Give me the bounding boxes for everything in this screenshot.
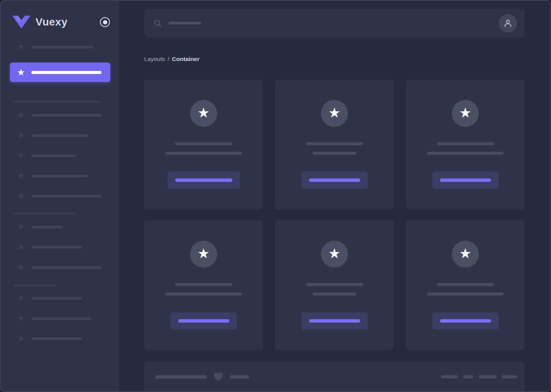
sidebar-item[interactable]: ★ [1,294,119,303]
nav-section-header-placeholder [13,101,102,103]
card-button-label-placeholder [440,178,491,182]
sidebar-item[interactable]: ★ [1,222,119,231]
card-button[interactable] [301,172,368,189]
star-icon: ★ [459,247,471,262]
sidebar-item[interactable]: ★ [1,42,119,51]
vuexy-logo-icon [12,16,31,29]
card-avatar-circle: ★ [321,241,348,268]
card-avatar-circle: ★ [321,100,348,127]
sidebar-item[interactable]: ★ [1,171,119,180]
footer-link-placeholder [478,375,496,378]
nav-label-placeholder [31,246,82,249]
search-bar[interactable] [144,9,525,37]
star-icon: ★ [16,243,26,252]
card-button-label-placeholder [175,178,232,182]
star-icon: ★ [197,247,209,262]
nav-label-placeholder [31,71,102,74]
search-placeholder-bar [168,22,201,24]
nav-label-placeholder [31,297,82,300]
breadcrumb: Layouts / Container [144,55,525,63]
sidebar-item[interactable]: ★ [1,263,119,272]
footer-link-placeholder [502,375,517,378]
card-title-placeholder [175,142,232,145]
card-button-label-placeholder [178,319,229,323]
star-icon: ★ [16,222,26,231]
card-button[interactable] [432,172,499,189]
card-button[interactable] [168,172,240,189]
nav-label-placeholder [31,337,82,340]
sidebar: Vuexy ★ ★ ★ ★ [1,1,119,391]
user-avatar-button[interactable] [499,14,517,32]
footer-links [436,375,517,378]
sidebar-item[interactable]: ★ [1,131,119,140]
placeholder-card: ★ [275,80,394,209]
star-icon: ★ [328,106,340,121]
nav-section-header-placeholder [13,284,56,286]
sidebar-item[interactable]: ★ [1,243,119,252]
breadcrumb-section[interactable]: Layouts [144,56,165,63]
star-icon: ★ [16,111,26,120]
card-title-placeholder [437,283,494,286]
star-icon: ★ [16,42,26,51]
placeholder-card: ★ [275,220,394,350]
nav-label-placeholder [31,134,89,137]
nav-label-placeholder [31,175,88,177]
star-icon: ★ [16,314,26,323]
card-subtitle-placeholder [313,292,356,296]
sidebar-item[interactable]: ★ [1,111,119,120]
search-icon [153,19,162,27]
nav-label-placeholder [31,154,76,157]
card-subtitle-placeholder [165,152,242,155]
placeholder-card: ★ [406,80,525,209]
breadcrumb-current: Container [172,56,200,63]
sidebar-item-active[interactable]: ★ [10,63,110,82]
sidebar-item[interactable]: ★ [1,191,119,201]
footer-text-placeholder [155,375,207,379]
sidebar-item[interactable]: ★ [1,314,119,323]
main-content: Layouts / Container ★ ★ [119,1,550,391]
card-button[interactable] [432,312,499,329]
card-title-placeholder [437,142,494,145]
nav-section-header-placeholder [13,212,76,214]
sidebar-nav: ★ ★ ★ ★ ★ ★ [1,42,119,343]
star-icon: ★ [16,334,26,343]
footer-text-placeholder [230,375,249,379]
sidebar-header: Vuexy [12,14,110,30]
nav-label-placeholder [31,266,102,269]
card-avatar-circle: ★ [452,241,479,268]
user-icon [503,18,513,28]
nav-label-placeholder [31,114,102,117]
footer-left [155,372,249,381]
nav-pin-icon[interactable] [100,17,110,27]
nav-label-placeholder [31,317,92,320]
sidebar-item[interactable]: ★ [1,334,119,343]
nav-pin-dot [103,20,107,24]
cards-grid: ★ ★ ★ [144,80,525,350]
sidebar-item[interactable]: ★ [1,151,119,160]
placeholder-card: ★ [144,220,263,350]
card-subtitle-placeholder [427,292,504,296]
star-icon: ★ [16,263,26,272]
nav-label-placeholder [31,46,93,48]
card-avatar-circle: ★ [190,241,217,268]
card-title-placeholder [175,283,232,286]
brand-title[interactable]: Vuexy [35,16,100,28]
star-icon: ★ [328,247,340,262]
card-avatar-circle: ★ [452,100,479,127]
star-icon: ★ [16,151,26,160]
placeholder-card: ★ [144,80,263,209]
card-button[interactable] [171,312,237,329]
card-button-label-placeholder [440,319,491,323]
footer-link-placeholder [463,375,473,378]
card-button[interactable] [301,312,368,329]
breadcrumb-separator: / [168,56,169,63]
footer-link-placeholder [441,375,458,378]
card-subtitle-placeholder [165,292,242,296]
nav-label-placeholder [31,195,102,198]
card-subtitle-placeholder [427,152,504,155]
card-avatar-circle: ★ [190,100,217,127]
app-window: Vuexy ★ ★ ★ ★ [0,0,551,392]
placeholder-card: ★ [406,220,525,350]
heart-icon [213,372,223,381]
star-icon: ★ [197,106,209,121]
